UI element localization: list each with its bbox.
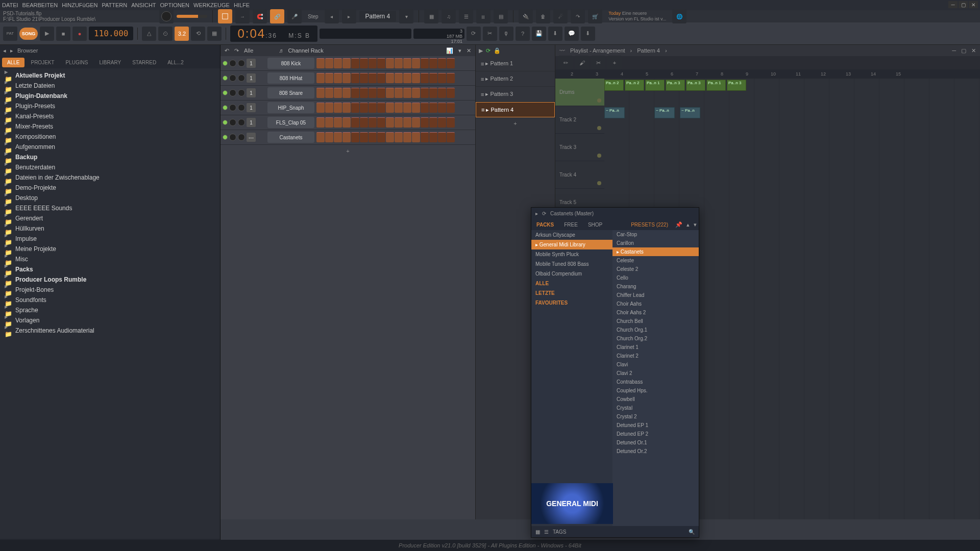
step-cell[interactable] <box>412 88 420 98</box>
pack-item[interactable]: Arksun Cityscape <box>531 230 612 240</box>
preset-item[interactable]: Charang <box>612 282 699 291</box>
channel-target[interactable]: 1 <box>247 59 256 68</box>
step-cell[interactable] <box>386 88 394 98</box>
tools-icon[interactable]: ✂ <box>483 27 497 41</box>
tree-item[interactable]: ▸ 📁Soundfonts <box>0 295 220 305</box>
step-cell[interactable] <box>334 88 342 98</box>
track-mute-icon[interactable] <box>597 181 601 185</box>
playlist-clip[interactable]: Pa..n 2 <box>625 80 644 91</box>
pattern-item[interactable]: ≡ ▸ Pattern 2 <box>476 71 555 87</box>
channel-mute[interactable] <box>223 135 228 140</box>
preset-item[interactable]: Clarinet 1 <box>612 343 699 352</box>
view-pr-icon[interactable]: ♫ <box>442 9 456 23</box>
step-cell[interactable] <box>316 117 325 128</box>
pack-category[interactable]: FAVOURITES <box>531 298 612 308</box>
step-cell[interactable] <box>386 103 394 113</box>
step-cell[interactable] <box>386 73 394 83</box>
channel-vol[interactable] <box>238 89 245 96</box>
step-cell[interactable] <box>429 88 437 98</box>
minimize-button[interactable]: ─ <box>948 1 958 8</box>
browser-tab-projekt[interactable]: PROJEKT <box>26 58 59 67</box>
pl-tool-draw[interactable]: ✏ <box>558 56 573 70</box>
menu-werkzeuge[interactable]: WERKZEUGE <box>193 2 230 8</box>
menu-hilfe[interactable]: HILFE <box>234 2 250 8</box>
tree-item[interactable]: ▸ 📁Plugin-Presets <box>0 101 220 111</box>
delete-icon[interactable]: 🗑 <box>536 9 550 23</box>
news-panel[interactable]: Today Eine neuere Version von FL Studio … <box>605 10 669 23</box>
tree-item[interactable]: ▸ 📁Backup <box>0 152 220 162</box>
step-cell[interactable] <box>360 103 368 113</box>
plugin-tab-shop[interactable]: SHOP <box>583 220 607 230</box>
tempo-display[interactable]: 110.000 <box>89 27 133 40</box>
plugin-tab-free[interactable]: FREE <box>559 220 583 230</box>
channel-vol[interactable] <box>238 134 245 141</box>
browser-fwd[interactable]: ▸ <box>10 47 13 54</box>
playlist-clip[interactable]: ~ Pa..n <box>680 107 700 118</box>
metronome-icon[interactable]: △ <box>142 27 156 41</box>
step-cell[interactable] <box>325 73 333 83</box>
tree-item[interactable]: ▸ 📁Vorlagen <box>0 315 220 325</box>
step-cell[interactable] <box>325 103 333 113</box>
step-cell[interactable] <box>334 132 342 142</box>
undo-icon[interactable]: ☄ <box>553 9 568 23</box>
preset-item[interactable]: Cello <box>612 273 699 282</box>
step-cell[interactable] <box>395 88 403 98</box>
render-icon[interactable]: ⬇ <box>548 27 562 41</box>
pattern-drag-icon[interactable]: ≡ <box>481 76 484 82</box>
browser-tab-starred[interactable]: STARRED <box>127 58 161 67</box>
step-cell[interactable] <box>377 58 385 68</box>
tree-item[interactable]: ▸ 📁Demo-Projekte <box>0 183 220 193</box>
preset-item[interactable]: Detuned Or.1 <box>612 438 699 447</box>
tree-item[interactable]: ▸ 📁Mixer-Presets <box>0 121 220 132</box>
plugin-view-grid-icon[interactable]: ▦ <box>535 529 540 535</box>
step-cell[interactable] <box>429 103 437 113</box>
step-cell[interactable] <box>334 58 342 68</box>
channel-pan[interactable] <box>229 74 236 82</box>
step-cell[interactable] <box>403 103 411 113</box>
preset-item[interactable]: Clavi 2 <box>612 369 699 378</box>
tree-item[interactable]: ▸ 📁Plugin-Datenbank <box>0 91 220 101</box>
pl-tool-paint[interactable]: 🖌 <box>575 56 589 70</box>
plugin-view-list-icon[interactable]: ☰ <box>544 529 549 535</box>
picker-loop-icon[interactable]: ⟳ <box>486 47 491 54</box>
view-br-icon[interactable]: ▤ <box>494 9 508 23</box>
plugin-tab-packs[interactable]: PACKS <box>531 220 559 230</box>
step-cell[interactable] <box>429 117 437 128</box>
step-next[interactable]: ▸ <box>342 9 356 23</box>
step-cell[interactable] <box>421 88 429 98</box>
step-cell[interactable] <box>438 132 446 142</box>
step-cell[interactable] <box>386 132 394 142</box>
step-cell[interactable] <box>421 132 429 142</box>
playlist-pattern[interactable]: Pattern 4 <box>637 47 660 54</box>
channel-name[interactable]: HIP_Snaph <box>267 102 314 113</box>
step-cell[interactable] <box>395 132 403 142</box>
step-cell[interactable] <box>369 103 377 113</box>
step-cell[interactable] <box>447 58 455 68</box>
step-edit-icon[interactable]: ▦ <box>207 27 222 41</box>
step-cell[interactable] <box>438 73 446 83</box>
channel-name[interactable]: 808 Snare <box>267 87 314 98</box>
preset-item[interactable]: Detuned Or.2 <box>612 447 699 456</box>
song-mode-button[interactable]: SONG <box>19 28 38 40</box>
step-cell[interactable] <box>334 103 342 113</box>
playlist-wave-icon[interactable]: 〰 <box>559 47 565 54</box>
preset-item[interactable]: Carillon <box>612 239 699 247</box>
maximize-button[interactable]: ▢ <box>959 1 968 8</box>
step-cell[interactable] <box>369 58 377 68</box>
step-cell[interactable] <box>360 58 368 68</box>
step-cell[interactable] <box>342 132 351 142</box>
tree-item[interactable]: ▸ 📁Zerschnittenes Audiomaterial <box>0 325 220 336</box>
step-cell[interactable] <box>334 73 342 83</box>
step-cell[interactable] <box>351 132 359 142</box>
tree-item[interactable]: ▸ 📁Meine Projekte <box>0 244 220 254</box>
preset-item[interactable]: Choir Aahs <box>612 299 699 308</box>
playlist-clip[interactable]: ~ Pa..n <box>604 107 625 118</box>
step-cell[interactable] <box>316 132 325 142</box>
plugin-refresh-icon[interactable]: ⟳ <box>542 211 546 216</box>
mic2-icon[interactable]: 🎙 <box>499 27 513 41</box>
channel-name[interactable]: 808 HiHat <box>267 72 314 84</box>
pack-item[interactable]: Olbaid Compendium <box>531 269 612 279</box>
preset-item[interactable]: Coupled Hps. <box>612 386 699 395</box>
channel-vol[interactable] <box>238 74 245 82</box>
pat-mode-button[interactable]: PAT <box>3 27 17 41</box>
